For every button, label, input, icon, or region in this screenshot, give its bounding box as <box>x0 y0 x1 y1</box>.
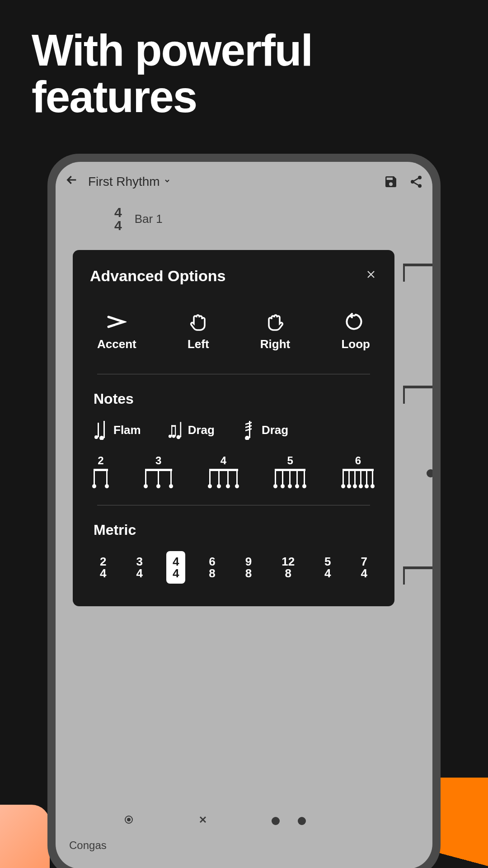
tuplet-5[interactable]: 5 <box>275 454 305 487</box>
left-option[interactable]: Left <box>188 312 209 351</box>
hand-left-icon <box>188 312 208 332</box>
metric-9-8[interactable]: 98 <box>239 551 258 584</box>
metric-6-8[interactable]: 68 <box>202 551 221 584</box>
time-signature[interactable]: 4 4 <box>114 206 122 232</box>
x-icon[interactable] <box>197 814 208 828</box>
svg-rect-6 <box>98 423 99 437</box>
svg-point-7 <box>99 436 104 440</box>
drag-tremolo-icon <box>242 420 255 440</box>
metric-heading: Metric <box>90 522 377 538</box>
metric-4-4[interactable]: 44 <box>166 551 185 584</box>
loop-icon <box>346 312 366 332</box>
instrument-label: Congas <box>69 839 107 852</box>
svg-point-16 <box>245 436 249 440</box>
advanced-options-modal: Advanced Options Accent Left <box>73 250 394 606</box>
metric-3-4[interactable]: 34 <box>130 551 149 584</box>
modal-title: Advanced Options <box>90 267 225 285</box>
share-button[interactable] <box>409 175 423 189</box>
drag-icon <box>168 420 182 440</box>
svg-point-11 <box>172 435 175 438</box>
svg-rect-13 <box>171 425 176 427</box>
metric-7-4[interactable]: 74 <box>355 551 374 584</box>
back-button[interactable] <box>65 173 79 191</box>
tuplet-6[interactable]: 6 <box>343 454 374 487</box>
svg-rect-12 <box>175 425 176 436</box>
svg-rect-10 <box>171 425 172 436</box>
app-title: First Rhythm <box>88 175 160 189</box>
chevron-down-icon <box>164 177 171 187</box>
notes-heading: Notes <box>90 391 377 407</box>
svg-point-5 <box>94 435 98 439</box>
svg-point-9 <box>169 435 172 438</box>
svg-point-14 <box>176 435 180 439</box>
metric-2-4[interactable]: 24 <box>94 551 113 584</box>
metric-5-4[interactable]: 54 <box>318 551 337 584</box>
right-option[interactable]: Right <box>260 312 290 351</box>
loop-option[interactable]: Loop <box>341 312 370 351</box>
svg-point-4 <box>127 818 130 821</box>
dot-icon[interactable] <box>272 817 280 825</box>
svg-rect-15 <box>180 422 181 437</box>
hand-right-icon <box>265 312 285 332</box>
metric-12-8[interactable]: 128 <box>275 551 301 584</box>
svg-point-2 <box>418 184 422 188</box>
target-icon[interactable] <box>123 814 134 828</box>
drag-note[interactable]: Drag <box>168 420 215 440</box>
title-dropdown[interactable]: First Rhythm <box>88 175 375 189</box>
svg-point-0 <box>418 176 422 179</box>
accent-option[interactable]: Accent <box>97 312 136 351</box>
hero-heading: With powerful features <box>0 0 488 120</box>
phone-screen: First Rhythm 4 4 Bar 1 <box>56 162 432 868</box>
flam-note[interactable]: Flam <box>94 420 141 440</box>
tuplet-3[interactable]: 3 <box>145 454 172 487</box>
dot-icon[interactable] <box>298 817 306 825</box>
tuplet-2[interactable]: 2 <box>94 454 108 487</box>
flam-icon <box>94 420 107 440</box>
drag-tremolo-note[interactable]: Drag <box>242 420 288 440</box>
save-button[interactable] <box>384 175 398 189</box>
close-button[interactable] <box>365 268 377 284</box>
accent-icon <box>107 312 127 332</box>
svg-rect-8 <box>103 421 105 438</box>
phone-frame: First Rhythm 4 4 Bar 1 <box>47 154 441 868</box>
tuplet-4[interactable]: 4 <box>209 454 238 487</box>
svg-point-1 <box>411 180 414 184</box>
bar-label: Bar 1 <box>135 212 163 226</box>
